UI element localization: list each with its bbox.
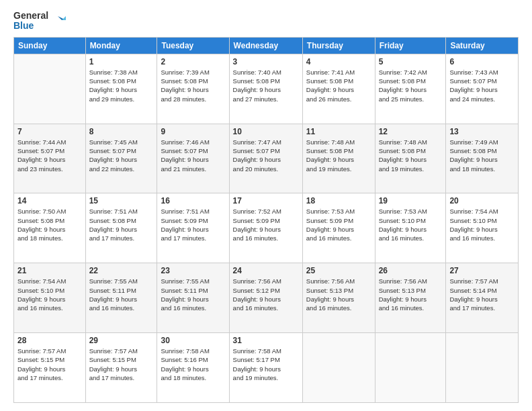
calendar-cell: 11Sunrise: 7:48 AMSunset: 5:08 PMDayligh… (302, 124, 375, 193)
day-info: Sunrise: 7:48 AMSunset: 5:08 PMDaylight:… (306, 138, 371, 173)
day-info: Sunrise: 7:48 AMSunset: 5:08 PMDaylight:… (379, 138, 443, 173)
day-number: 14 (17, 196, 82, 205)
day-info: Sunrise: 7:58 AMSunset: 5:17 PMDaylight:… (233, 347, 299, 382)
calendar-cell (302, 333, 375, 403)
calendar-page: General Blue SundayMondayTuesdayWednesda… (0, 0, 532, 411)
calendar-cell: 5Sunrise: 7:42 AMSunset: 5:08 PMDaylight… (375, 54, 446, 124)
calendar-cell: 24Sunrise: 7:56 AMSunset: 5:12 PMDayligh… (229, 263, 302, 333)
week-row-2: 7Sunrise: 7:44 AMSunset: 5:07 PMDaylight… (14, 124, 519, 193)
day-number: 26 (379, 266, 443, 275)
day-info: Sunrise: 7:51 AMSunset: 5:08 PMDaylight:… (89, 207, 154, 242)
page-header: General Blue (13, 11, 519, 32)
calendar-cell: 23Sunrise: 7:55 AMSunset: 5:11 PMDayligh… (157, 263, 229, 333)
calendar-cell: 15Sunrise: 7:51 AMSunset: 5:08 PMDayligh… (85, 193, 157, 263)
day-info: Sunrise: 7:38 AMSunset: 5:08 PMDaylight:… (89, 68, 154, 103)
day-info: Sunrise: 7:55 AMSunset: 5:11 PMDaylight:… (89, 277, 154, 312)
day-number: 2 (161, 57, 225, 66)
weekday-header-row: SundayMondayTuesdayWednesdayThursdayFrid… (14, 37, 519, 54)
day-info: Sunrise: 7:57 AMSunset: 5:15 PMDaylight:… (89, 347, 154, 382)
day-info: Sunrise: 7:56 AMSunset: 5:12 PMDaylight:… (233, 277, 299, 312)
calendar-table: SundayMondayTuesdayWednesdayThursdayFrid… (13, 37, 519, 403)
week-row-3: 14Sunrise: 7:50 AMSunset: 5:08 PMDayligh… (14, 193, 519, 263)
calendar-cell: 27Sunrise: 7:57 AMSunset: 5:14 PMDayligh… (446, 263, 519, 333)
calendar-cell: 6Sunrise: 7:43 AMSunset: 5:07 PMDaylight… (446, 54, 519, 124)
calendar-cell: 21Sunrise: 7:54 AMSunset: 5:10 PMDayligh… (14, 263, 86, 333)
calendar-cell: 4Sunrise: 7:41 AMSunset: 5:08 PMDaylight… (302, 54, 375, 124)
calendar-cell: 2Sunrise: 7:39 AMSunset: 5:08 PMDaylight… (157, 54, 229, 124)
day-number: 6 (449, 57, 515, 66)
calendar-cell (14, 54, 86, 124)
calendar-cell: 22Sunrise: 7:55 AMSunset: 5:11 PMDayligh… (85, 263, 157, 333)
day-info: Sunrise: 7:53 AMSunset: 5:09 PMDaylight:… (306, 207, 371, 242)
calendar-cell: 26Sunrise: 7:56 AMSunset: 5:13 PMDayligh… (375, 263, 446, 333)
day-info: Sunrise: 7:54 AMSunset: 5:10 PMDaylight:… (449, 207, 515, 242)
day-info: Sunrise: 7:42 AMSunset: 5:08 PMDaylight:… (379, 68, 443, 103)
day-number: 7 (17, 127, 82, 136)
day-number: 1 (89, 57, 154, 66)
day-number: 19 (379, 196, 443, 205)
weekday-header-tuesday: Tuesday (157, 37, 229, 54)
day-info: Sunrise: 7:41 AMSunset: 5:08 PMDaylight:… (306, 68, 371, 103)
weekday-header-friday: Friday (375, 37, 446, 54)
day-number: 31 (233, 336, 299, 345)
day-info: Sunrise: 7:53 AMSunset: 5:10 PMDaylight:… (379, 207, 443, 242)
day-number: 4 (306, 57, 371, 66)
day-info: Sunrise: 7:47 AMSunset: 5:07 PMDaylight:… (233, 138, 299, 173)
logo-bird-icon (51, 13, 66, 28)
weekday-header-monday: Monday (85, 37, 157, 54)
day-number: 22 (89, 266, 154, 275)
day-number: 17 (233, 196, 299, 205)
calendar-cell (446, 333, 519, 403)
day-number: 21 (17, 266, 82, 275)
day-info: Sunrise: 7:50 AMSunset: 5:08 PMDaylight:… (17, 207, 82, 242)
calendar-cell: 10Sunrise: 7:47 AMSunset: 5:07 PMDayligh… (229, 124, 302, 193)
day-number: 3 (233, 57, 299, 66)
svg-marker-1 (62, 16, 66, 20)
logo-blue: Blue (13, 21, 48, 31)
day-info: Sunrise: 7:54 AMSunset: 5:10 PMDaylight:… (17, 277, 82, 312)
week-row-4: 21Sunrise: 7:54 AMSunset: 5:10 PMDayligh… (14, 263, 519, 333)
day-info: Sunrise: 7:40 AMSunset: 5:08 PMDaylight:… (233, 68, 299, 103)
day-info: Sunrise: 7:56 AMSunset: 5:13 PMDaylight:… (306, 277, 371, 312)
day-info: Sunrise: 7:46 AMSunset: 5:07 PMDaylight:… (161, 138, 225, 173)
day-info: Sunrise: 7:57 AMSunset: 5:15 PMDaylight:… (17, 347, 82, 382)
calendar-cell: 30Sunrise: 7:58 AMSunset: 5:16 PMDayligh… (157, 333, 229, 403)
calendar-cell: 29Sunrise: 7:57 AMSunset: 5:15 PMDayligh… (85, 333, 157, 403)
day-info: Sunrise: 7:57 AMSunset: 5:14 PMDaylight:… (449, 277, 515, 312)
day-number: 8 (89, 127, 154, 136)
calendar-cell: 20Sunrise: 7:54 AMSunset: 5:10 PMDayligh… (446, 193, 519, 263)
day-number: 15 (89, 196, 154, 205)
day-number: 9 (161, 127, 225, 136)
calendar-cell: 9Sunrise: 7:46 AMSunset: 5:07 PMDaylight… (157, 124, 229, 193)
calendar-cell (375, 333, 446, 403)
calendar-cell: 7Sunrise: 7:44 AMSunset: 5:07 PMDaylight… (14, 124, 86, 193)
calendar-cell: 1Sunrise: 7:38 AMSunset: 5:08 PMDaylight… (85, 54, 157, 124)
day-info: Sunrise: 7:51 AMSunset: 5:09 PMDaylight:… (161, 207, 225, 242)
day-info: Sunrise: 7:56 AMSunset: 5:13 PMDaylight:… (379, 277, 443, 312)
weekday-header-sunday: Sunday (14, 37, 86, 54)
day-number: 28 (17, 336, 82, 345)
calendar-cell: 28Sunrise: 7:57 AMSunset: 5:15 PMDayligh… (14, 333, 86, 403)
logo: General Blue (13, 11, 66, 32)
day-number: 18 (306, 196, 371, 205)
day-info: Sunrise: 7:52 AMSunset: 5:09 PMDaylight:… (233, 207, 299, 242)
weekday-header-thursday: Thursday (302, 37, 375, 54)
day-number: 20 (449, 196, 515, 205)
day-number: 10 (233, 127, 299, 136)
week-row-5: 28Sunrise: 7:57 AMSunset: 5:15 PMDayligh… (14, 333, 519, 403)
day-number: 29 (89, 336, 154, 345)
day-number: 24 (233, 266, 299, 275)
weekday-header-saturday: Saturday (446, 37, 519, 54)
calendar-cell: 12Sunrise: 7:48 AMSunset: 5:08 PMDayligh… (375, 124, 446, 193)
calendar-cell: 18Sunrise: 7:53 AMSunset: 5:09 PMDayligh… (302, 193, 375, 263)
day-number: 30 (161, 336, 225, 345)
week-row-1: 1Sunrise: 7:38 AMSunset: 5:08 PMDaylight… (14, 54, 519, 124)
calendar-cell: 19Sunrise: 7:53 AMSunset: 5:10 PMDayligh… (375, 193, 446, 263)
calendar-cell: 8Sunrise: 7:45 AMSunset: 5:07 PMDaylight… (85, 124, 157, 193)
calendar-cell: 17Sunrise: 7:52 AMSunset: 5:09 PMDayligh… (229, 193, 302, 263)
day-info: Sunrise: 7:44 AMSunset: 5:07 PMDaylight:… (17, 138, 82, 173)
day-info: Sunrise: 7:45 AMSunset: 5:07 PMDaylight:… (89, 138, 154, 173)
day-info: Sunrise: 7:43 AMSunset: 5:07 PMDaylight:… (449, 68, 515, 103)
day-info: Sunrise: 7:39 AMSunset: 5:08 PMDaylight:… (161, 68, 225, 103)
calendar-cell: 13Sunrise: 7:49 AMSunset: 5:08 PMDayligh… (446, 124, 519, 193)
